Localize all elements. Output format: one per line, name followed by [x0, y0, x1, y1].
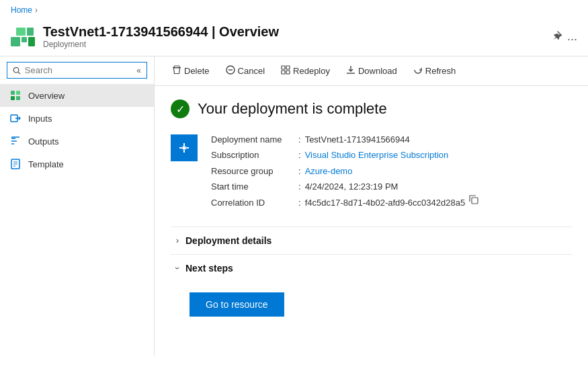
svg-rect-25 — [286, 66, 290, 69]
cancel-button[interactable]: Cancel — [219, 62, 271, 80]
details-table: Deployment name : TestVnet1-171394156694… — [211, 132, 478, 210]
svg-rect-10 — [16, 96, 20, 100]
main-layout: « Overview Inputs — [0, 56, 588, 356]
download-button[interactable]: Download — [339, 62, 404, 80]
svg-rect-4 — [27, 28, 34, 36]
refresh-icon — [413, 65, 423, 77]
deployment-details-chevron: › — [176, 236, 179, 245]
page-header: TestVnet1-1713941566944 | Overview Deplo… — [0, 20, 588, 56]
correlation-label: Correlation ID — [211, 195, 298, 210]
redeploy-button[interactable]: Redeploy — [274, 62, 337, 80]
search-icon — [13, 66, 21, 75]
deployment-details-section[interactable]: › Deployment details — [171, 227, 572, 254]
detail-row-correlation: Correlation ID : f4c5dc17-8d71-4b02-afd9… — [211, 195, 478, 210]
sidebar-item-overview[interactable]: Overview — [0, 84, 154, 107]
header-actions: ... — [551, 30, 577, 44]
collapse-sidebar-button[interactable]: « — [136, 66, 141, 75]
deployment-type-icon — [171, 134, 198, 161]
svg-rect-27 — [286, 71, 290, 74]
subscription-value[interactable]: Visual Studio Enterprise Subscription — [305, 147, 449, 163]
more-options-icon[interactable]: ... — [567, 30, 577, 44]
name-label: Deployment name — [211, 132, 298, 147]
next-steps-section[interactable]: › Next steps — [171, 254, 572, 282]
sidebar: « Overview Inputs — [0, 56, 155, 356]
template-icon — [9, 158, 22, 170]
search-box: « — [7, 62, 147, 79]
detail-row-resource-group: Resource group : Azure-demo — [211, 163, 478, 179]
toolbar: Delete Cancel — [155, 56, 588, 86]
delete-icon — [172, 65, 181, 77]
svg-rect-9 — [11, 96, 15, 100]
deployment-details-label: Deployment details — [185, 235, 271, 246]
delete-button[interactable]: Delete — [165, 62, 216, 80]
sidebar-item-template[interactable]: Template — [0, 153, 154, 175]
breadcrumb: Home › — [0, 0, 588, 20]
detail-row-subscription: Subscription : Visual Studio Enterprise … — [211, 147, 478, 163]
deployment-details-area: Deployment name : TestVnet1-171394156694… — [171, 132, 572, 210]
outputs-label: Outputs — [28, 136, 59, 147]
svg-point-5 — [13, 67, 19, 73]
sidebar-item-outputs[interactable]: Outputs — [0, 130, 154, 153]
svg-rect-0 — [11, 37, 20, 46]
resource-group-label: Resource group — [211, 163, 298, 179]
svg-rect-24 — [282, 66, 285, 69]
copy-correlation-icon[interactable] — [469, 195, 478, 210]
svg-line-6 — [18, 72, 20, 74]
correlation-value: f4c5dc17-8d71-4b02-afd9-6cc0342d28a5 — [305, 195, 466, 210]
sidebar-item-inputs[interactable]: Inputs — [0, 107, 154, 130]
azure-vnet-icon — [11, 25, 35, 49]
resource-group-value[interactable]: Azure-demo — [305, 163, 353, 179]
detail-row-start-time: Start time : 4/24/2024, 12:23:19 PM — [211, 179, 478, 194]
breadcrumb-home[interactable]: Home — [11, 5, 32, 15]
svg-rect-29 — [183, 147, 186, 150]
svg-rect-3 — [16, 28, 26, 36]
svg-rect-26 — [282, 71, 285, 74]
subscription-label: Subscription — [211, 147, 298, 163]
svg-rect-7 — [11, 91, 15, 95]
breadcrumb-separator: › — [35, 5, 38, 15]
page-title: TestVnet1-1713941566944 | Overview — [43, 24, 279, 40]
content-area: Delete Cancel — [155, 56, 588, 356]
next-steps-chevron: › — [173, 267, 182, 270]
detail-row-name: Deployment name : TestVnet1-171394156694… — [211, 132, 478, 147]
svg-rect-8 — [16, 91, 20, 95]
overview-label: Overview — [28, 91, 65, 101]
go-to-resource-area: Go to resource — [171, 282, 572, 317]
svg-rect-21 — [173, 67, 181, 69]
template-label: Template — [28, 159, 64, 169]
overview-icon — [9, 89, 22, 101]
success-icon: ✓ — [171, 99, 190, 118]
page-subtitle: Deployment — [43, 40, 279, 49]
outputs-icon — [9, 135, 22, 147]
go-to-resource-button[interactable]: Go to resource — [190, 292, 284, 317]
svg-rect-2 — [28, 37, 35, 46]
search-input[interactable] — [25, 65, 133, 75]
download-icon — [346, 65, 355, 77]
refresh-button[interactable]: Refresh — [407, 62, 463, 80]
inputs-icon — [9, 112, 22, 124]
deployment-status: ✓ Your deployment is complete — [171, 99, 572, 118]
start-time-label: Start time — [211, 179, 298, 194]
inputs-label: Inputs — [28, 114, 52, 124]
name-value: TestVnet1-1713941566944 — [305, 132, 410, 147]
header-title-area: TestVnet1-1713941566944 | Overview Deplo… — [43, 24, 279, 49]
cancel-icon — [226, 65, 235, 77]
svg-rect-1 — [22, 37, 27, 42]
deployment-status-title: Your deployment is complete — [198, 100, 387, 118]
start-time-value: 4/24/2024, 12:23:19 PM — [305, 179, 398, 194]
svg-rect-30 — [472, 198, 478, 204]
pin-icon[interactable] — [551, 30, 562, 44]
deployment-content: ✓ Your deployment is complete Deployment… — [155, 86, 588, 330]
redeploy-icon — [281, 65, 290, 77]
next-steps-label: Next steps — [185, 263, 233, 274]
